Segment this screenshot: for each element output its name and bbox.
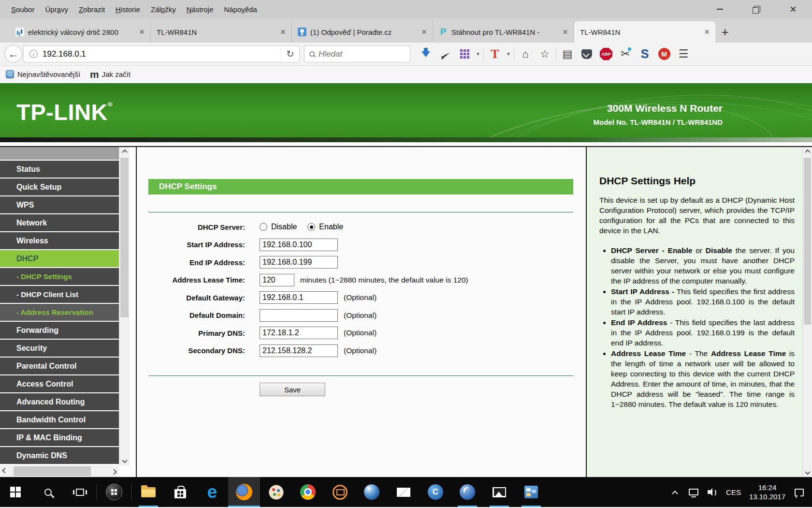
input-default-gateway[interactable] <box>260 291 338 304</box>
action-center-icon[interactable] <box>794 486 804 498</box>
text-tool-icon[interactable]: T <box>485 45 505 63</box>
scroll-up-arrow[interactable] <box>803 147 812 156</box>
photos-app[interactable] <box>483 477 515 507</box>
language-indicator[interactable]: CES <box>726 488 741 496</box>
radio-enable-label[interactable]: Enable <box>319 223 343 231</box>
tab-close-icon[interactable]: × <box>701 27 712 37</box>
input-secondary-dns[interactable] <box>260 344 338 357</box>
tab-close-icon[interactable]: × <box>277 27 289 37</box>
url-text[interactable]: 192.168.0.1 <box>43 49 281 59</box>
sidebar-item-ip-mac-binding[interactable]: IP & MAC Binding <box>0 429 119 446</box>
input-address-lease-time[interactable] <box>260 274 294 286</box>
grid-dropdown-caret[interactable]: ▾ <box>474 51 482 57</box>
scrollbar-thumb[interactable] <box>804 158 811 325</box>
browser-tab[interactable]: PStáhnout pro TL-WR841N - × <box>433 21 574 43</box>
sidebar-item-forwarding[interactable]: Forwarding <box>0 322 119 339</box>
firefox-browser[interactable] <box>228 477 260 507</box>
bookmark-getting-started[interactable]: m Jak začít <box>90 70 130 78</box>
ccleaner[interactable]: C <box>420 477 451 507</box>
save-button[interactable]: Save <box>260 383 325 396</box>
tab-close-icon[interactable]: × <box>419 27 430 37</box>
volume-icon[interactable] <box>707 486 718 498</box>
clock[interactable]: 16:24 13.10.2017 <box>749 483 785 501</box>
input-primary-dns[interactable] <box>260 327 338 339</box>
search-input[interactable] <box>319 49 410 59</box>
browser-tab[interactable]: elektrický válcový drtič 2800× <box>10 21 151 43</box>
restore-button[interactable] <box>750 3 763 15</box>
control-panel-app[interactable] <box>515 477 547 507</box>
menu-item[interactable]: Úpravy <box>40 5 73 14</box>
sidebar-item-wps[interactable]: WPS <box>0 196 119 213</box>
tray-expand-chevron-icon[interactable] <box>669 486 680 498</box>
hamburger-menu-icon[interactable]: ☰ <box>674 45 693 63</box>
scrollbar-thumb[interactable] <box>14 466 91 476</box>
menu-item[interactable]: Zobrazit <box>73 5 110 14</box>
radio-disable[interactable] <box>260 223 267 231</box>
menu-item[interactable]: Soubor <box>6 5 40 14</box>
scroll-down-arrow[interactable] <box>803 468 812 477</box>
pocket-icon[interactable] <box>577 45 596 63</box>
sidebar-item-parental-control[interactable]: Parental Control <box>0 358 119 374</box>
back-button[interactable]: ← <box>4 45 22 63</box>
menu-item[interactable]: Nástroje <box>181 5 219 14</box>
minimize-button[interactable] <box>713 3 726 15</box>
glary-utilities[interactable] <box>356 477 388 507</box>
em-client-mail[interactable] <box>324 477 356 507</box>
scroll-down-arrow[interactable] <box>119 457 130 465</box>
scroll-right-arrow[interactable] <box>109 465 119 477</box>
sidebar-item-address-reservation[interactable]: - Address Reservation <box>0 304 119 321</box>
scroll-left-arrow[interactable] <box>0 465 10 477</box>
search-bar[interactable] <box>304 45 410 62</box>
windows-store[interactable] <box>164 477 196 507</box>
tab-close-icon[interactable]: × <box>136 27 147 37</box>
chrome-browser[interactable] <box>292 477 324 507</box>
extension-grid-icon[interactable] <box>455 45 474 63</box>
start-button[interactable] <box>0 477 32 507</box>
reload-icon[interactable]: ↻ <box>281 46 299 62</box>
scrollbar-thumb[interactable] <box>120 158 129 317</box>
sidebar-item-status[interactable]: Status <box>0 161 119 178</box>
menu-item[interactable]: Historie <box>110 5 145 14</box>
browser-tab[interactable]: (1) Odpověď | Poradte.cz× <box>292 21 433 43</box>
tab-close-icon[interactable]: × <box>560 27 571 37</box>
new-tab-button[interactable]: + <box>715 21 735 43</box>
sidebar-item-network[interactable]: Network <box>0 214 119 231</box>
sidebar-item-access-control[interactable]: Access Control <box>0 375 119 392</box>
sidebar-item-dhcp[interactable]: DHCP <box>0 250 119 267</box>
sidebar-item-bandwidth-control[interactable]: Bandwidth Control <box>0 411 119 428</box>
menu-item[interactable]: Záložky <box>145 5 181 14</box>
task-view-button[interactable] <box>64 477 96 507</box>
sidebar-item-wireless[interactable]: Wireless <box>0 232 119 249</box>
radio-enable[interactable] <box>307 223 315 231</box>
scroll-up-arrow[interactable] <box>119 147 130 156</box>
mail-app[interactable] <box>388 477 420 507</box>
bookmark-most-visited[interactable]: Nejnavštěvovanější <box>6 70 80 78</box>
sidebar-horizontal-scrollbar[interactable] <box>0 465 136 477</box>
file-explorer[interactable] <box>132 477 164 507</box>
home-icon[interactable]: ⌂ <box>516 45 535 63</box>
gmail-extension-icon[interactable]: M <box>654 45 674 63</box>
browser-tab[interactable]: TL-WR841N× <box>151 21 292 43</box>
taskbar-search-button[interactable] <box>32 477 64 507</box>
skype-extension-icon[interactable]: S <box>635 45 654 63</box>
thunderbird-mail[interactable] <box>451 477 483 507</box>
sidebar-item-quick-setup[interactable]: Quick Setup <box>0 179 119 195</box>
text-tool-caret[interactable]: ▾ <box>505 51 512 57</box>
network-icon[interactable] <box>688 486 699 498</box>
menu-item[interactable]: Nápověda <box>219 5 262 14</box>
sidebar-vertical-scrollbar[interactable] <box>119 147 130 465</box>
send-page-icon[interactable] <box>435 45 455 63</box>
sidebar-item-advanced-routing[interactable]: Advanced Routing <box>0 393 119 410</box>
help-vertical-scrollbar[interactable] <box>802 147 812 477</box>
sidebar-item-security[interactable]: Security <box>0 340 119 357</box>
url-bar[interactable]: i 192.168.0.1 ↻ <box>23 45 300 62</box>
bookmark-star-icon[interactable]: ☆ <box>535 45 554 63</box>
sidebar-item-dynamic-dns[interactable]: Dynamic DNS <box>0 447 119 464</box>
reading-list-icon[interactable]: ▤ <box>558 45 577 63</box>
input-default-domain[interactable] <box>260 309 338 322</box>
sidebar-item-dhcp-settings[interactable]: - DHCP Settings <box>0 268 119 285</box>
screenshot-scissors-icon[interactable]: ✂ <box>616 45 635 63</box>
download-icon[interactable] <box>416 45 435 63</box>
sidebar-item-dhcp-client-list[interactable]: - DHCP Client List <box>0 286 119 303</box>
paint-app[interactable] <box>260 477 292 507</box>
